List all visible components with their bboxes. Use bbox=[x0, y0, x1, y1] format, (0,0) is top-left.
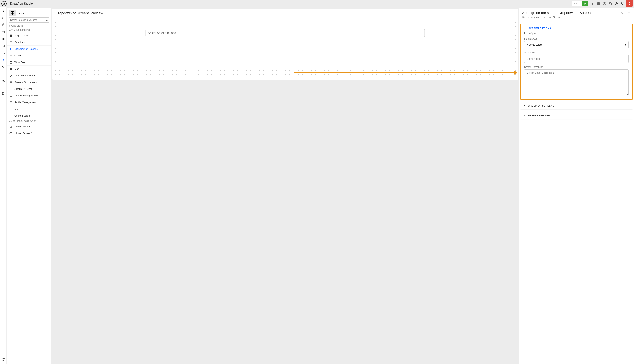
svg-line-41 bbox=[47, 20, 48, 21]
svg-point-10 bbox=[621, 2, 622, 3]
sidebar-item-page-layout[interactable]: Page Layout ⋮ bbox=[7, 32, 51, 39]
design-icon[interactable] bbox=[2, 58, 5, 62]
back-icon[interactable] bbox=[2, 9, 5, 12]
sidebar-item-dropdown-screens[interactable]: Dropdown of Screens ⋮ bbox=[7, 46, 51, 52]
sidebar-item-profile-management[interactable]: Profile Management ⋮ bbox=[7, 99, 51, 106]
sidebar-item-dataforms-insights[interactable]: DataForms Insights ⋮ bbox=[7, 72, 51, 79]
preview-canvas: Select Screen to load bbox=[52, 17, 518, 80]
calendar-icon bbox=[9, 54, 13, 57]
add-icon[interactable] bbox=[590, 1, 595, 6]
project-logo-icon bbox=[9, 10, 16, 16]
search-input[interactable] bbox=[9, 18, 44, 23]
screen-select-dropdown[interactable]: Select Screen to load bbox=[146, 29, 425, 37]
svg-point-5 bbox=[604, 3, 605, 4]
kebab-icon[interactable]: ⋮ bbox=[45, 132, 49, 135]
screen-options-panel: SCREEN OPTIONS Form Options: Form Layout… bbox=[520, 24, 632, 100]
kebab-icon[interactable]: ⋮ bbox=[45, 94, 49, 98]
save-button[interactable]: SAVE bbox=[572, 1, 582, 6]
kebab-icon[interactable]: ⋮ bbox=[45, 87, 49, 91]
screens-sidebar: LAB ▶WIDGETS (2) APP MENU SCREENS Page L… bbox=[7, 8, 51, 364]
svg-point-22 bbox=[4, 38, 5, 38]
kebab-icon[interactable]: ⋮ bbox=[45, 74, 49, 77]
sidebar-item-dashboard[interactable]: Dashboard ⋮ bbox=[7, 39, 51, 46]
kebab-icon[interactable]: ⋮ bbox=[45, 60, 49, 64]
terminal-icon[interactable] bbox=[2, 44, 5, 48]
kebab-icon[interactable]: ⋮ bbox=[45, 80, 49, 84]
user-settings-icon[interactable] bbox=[2, 80, 5, 83]
svg-line-66 bbox=[11, 115, 11, 116]
svg-point-60 bbox=[11, 89, 12, 89]
screen-title-label: Screen Title bbox=[524, 51, 628, 54]
svg-point-65 bbox=[11, 108, 11, 109]
kebab-icon[interactable]: ⋮ bbox=[45, 47, 49, 51]
sidebar-item-work-board[interactable]: Work Board ⋮ bbox=[7, 59, 51, 66]
svg-rect-47 bbox=[10, 55, 12, 57]
branch-icon[interactable] bbox=[619, 1, 625, 6]
form-layout-select[interactable]: Normal Width ▾ bbox=[524, 41, 628, 48]
svg-rect-6 bbox=[610, 3, 611, 5]
panels-icon[interactable] bbox=[596, 1, 601, 6]
chevron-right-icon bbox=[523, 104, 526, 107]
group-of-screens-head[interactable]: GROUP OF SCREENS bbox=[520, 102, 632, 110]
screen-description-textarea[interactable] bbox=[524, 70, 628, 95]
screen-title-input[interactable] bbox=[524, 55, 628, 63]
share-icon[interactable] bbox=[2, 37, 5, 41]
kebab-icon[interactable]: ⋮ bbox=[45, 40, 49, 44]
code-view-icon[interactable] bbox=[621, 11, 625, 14]
list-icon bbox=[9, 81, 13, 84]
sidebar-item-hidden-1[interactable]: Hidden Screen 1 ⋮ bbox=[7, 123, 51, 130]
svg-point-40 bbox=[46, 19, 47, 20]
kebab-icon[interactable]: ⋮ bbox=[45, 34, 49, 37]
eye-off-icon bbox=[9, 132, 13, 135]
kebab-icon[interactable]: ⋮ bbox=[45, 107, 49, 111]
svg-point-63 bbox=[11, 101, 12, 102]
sidebar-item-test[interactable]: test ⋮ bbox=[7, 106, 51, 112]
apps-icon[interactable] bbox=[2, 16, 5, 20]
close-icon[interactable] bbox=[627, 11, 631, 14]
copy-icon[interactable] bbox=[608, 1, 613, 6]
toolbox-icon[interactable] bbox=[2, 51, 5, 55]
svg-line-24 bbox=[3, 38, 4, 39]
kebab-icon[interactable]: ⋮ bbox=[45, 100, 49, 104]
sidebar-item-run-workshop-project[interactable]: Run Workshop Project ⋮ bbox=[7, 92, 51, 99]
hidden-screens-section-head[interactable]: ▶APP HIDDEN SCREENS (2) bbox=[7, 119, 51, 123]
svg-point-13 bbox=[2, 17, 3, 18]
run-button[interactable] bbox=[582, 1, 588, 6]
widgets-section-head[interactable]: ▶WIDGETS (2) bbox=[7, 24, 51, 28]
svg-point-11 bbox=[623, 2, 623, 3]
kebab-icon[interactable]: ⋮ bbox=[45, 125, 49, 128]
dashboard-icon bbox=[9, 41, 13, 44]
search-button[interactable] bbox=[44, 18, 49, 23]
tools-icon[interactable] bbox=[2, 65, 5, 69]
form-options-label: Form Options: bbox=[524, 32, 628, 34]
settings-panel: Settings for the screen Dropdown of Scre… bbox=[519, 8, 634, 364]
header-options-head[interactable]: HEADER OPTIONS bbox=[520, 112, 632, 119]
delete-button[interactable] bbox=[626, 0, 632, 7]
caret-down-icon: ▾ bbox=[625, 43, 626, 46]
sidebar-item-map[interactable]: Map ⋮ bbox=[7, 66, 51, 72]
sidebar-item-singular-ai-chat[interactable]: Singular AI Chat ⋮ bbox=[7, 86, 51, 92]
docs-icon[interactable] bbox=[2, 92, 5, 95]
screen-options-head[interactable]: SCREEN OPTIONS bbox=[521, 24, 632, 32]
eye-off-icon bbox=[9, 125, 13, 128]
kebab-icon[interactable]: ⋮ bbox=[45, 114, 49, 118]
table-icon[interactable] bbox=[2, 30, 5, 34]
history-icon[interactable] bbox=[613, 1, 619, 6]
chevron-right-icon bbox=[523, 114, 526, 117]
sidebar-item-custom-screen[interactable]: Custom Screen ⋮ bbox=[7, 112, 51, 119]
sidebar-item-calendar[interactable]: Calendar ⋮ bbox=[7, 52, 51, 59]
settings-icon[interactable] bbox=[602, 1, 607, 6]
top-bar: Data App Studio SAVE bbox=[0, 0, 634, 8]
svg-point-42 bbox=[10, 34, 12, 37]
sidebar-item-hidden-2[interactable]: Hidden Screen 2 ⋮ bbox=[7, 130, 51, 137]
refresh-icon[interactable] bbox=[2, 358, 5, 362]
svg-point-16 bbox=[4, 18, 4, 19]
kebab-icon[interactable]: ⋮ bbox=[45, 67, 49, 71]
database-icon[interactable] bbox=[2, 23, 5, 27]
group-of-screens-panel: GROUP OF SCREENS bbox=[520, 102, 632, 110]
sidebar-item-screens-group-menu[interactable]: Screens Group Menu ⋮ bbox=[7, 79, 51, 86]
project-name: LAB bbox=[18, 11, 24, 15]
kebab-icon[interactable]: ⋮ bbox=[45, 54, 49, 57]
svg-rect-45 bbox=[10, 48, 12, 50]
screen-description-label: Screen Description bbox=[524, 66, 628, 68]
